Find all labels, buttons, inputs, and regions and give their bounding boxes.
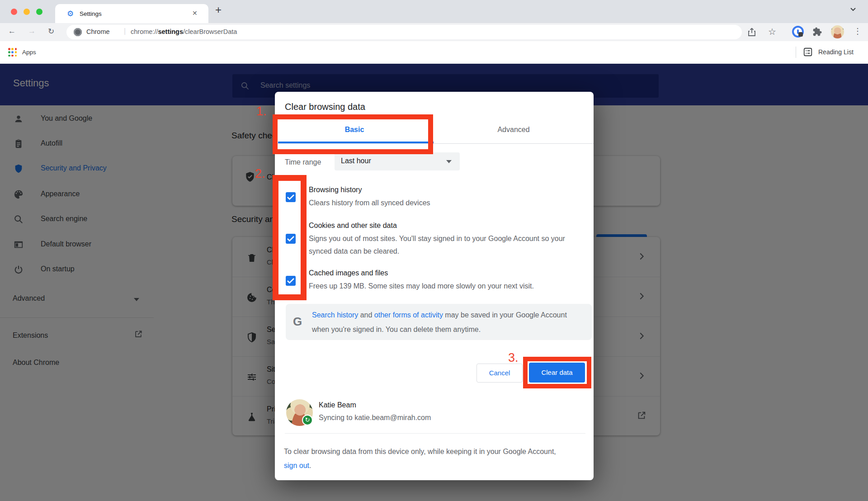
macos-minimize-button[interactable] [24,9,30,15]
macos-close-button[interactable] [11,9,17,15]
close-tab-icon[interactable]: ✕ [192,9,198,17]
macos-fullscreen-button[interactable] [36,9,42,15]
annotation-box-3 [523,357,591,388]
item-title: Browsing history [309,186,362,194]
browser-toolbar: ← → ↻ Chrome | chrome://settings/clearBr… [0,23,868,41]
chrome-logo-icon [74,28,82,36]
google-g-icon: G [293,315,302,329]
tab-strip: ⚙ Settings ✕ + [0,0,868,23]
item-title: Cached images and files [309,269,388,277]
share-icon[interactable] [748,28,756,38]
browser-profile-avatar[interactable] [831,25,844,38]
item-desc: Clears history from all synced devices [309,197,578,209]
item-desc: Signs you out of most sites. You'll stay… [309,232,578,258]
annotation-box-2 [273,175,307,300]
sign-out-link[interactable]: sign out [284,462,309,469]
gear-favicon-icon: ⚙ [67,10,75,18]
item-title: Cookies and other site data [309,222,397,230]
user-name: Katie Beam [319,401,356,409]
item-desc: Frees up 139 MB. Some sites may load mor… [309,280,578,293]
cancel-button[interactable]: Cancel [476,364,523,383]
browser-tab-settings[interactable]: ⚙ Settings ✕ [55,4,208,23]
url-text[interactable]: chrome://settings/clearBrowserData [131,28,237,35]
annotation-label-3: 3. [508,351,519,365]
other-activity-link[interactable]: other forms of activity [374,311,443,319]
time-range-label: Time range [285,158,321,166]
user-sync-status: Syncing to katie.beam@mirah.com [319,414,431,422]
bookmarks-separator [796,47,796,58]
annotation-box-1 [273,114,433,154]
notice-mid: and [358,311,374,319]
footer-post: . [309,462,311,469]
dialog-title: Clear browsing data [285,102,365,112]
url-host: settings [158,28,183,35]
dropdown-caret-icon [446,160,452,163]
tab-advanced[interactable]: Advanced [434,116,593,144]
forward-button: → [28,27,36,36]
dialog-divider [285,433,585,434]
bookmarks-bar: Apps Reading List [0,41,868,64]
reading-list-icon[interactable] [803,47,813,59]
annotation-label-2: 2. [255,167,265,181]
reading-list-label[interactable]: Reading List [818,48,854,56]
extensions-puzzle-icon[interactable] [812,27,822,38]
apps-grid-icon[interactable] [8,48,17,57]
search-history-link[interactable]: Search history [312,311,358,319]
site-chip-label: Chrome [86,28,110,35]
url-scheme: chrome:// [131,28,158,35]
reload-button[interactable]: ↻ [48,27,54,36]
notice-text: Search history and other forms of activi… [312,308,574,337]
chevron-down-icon[interactable] [850,6,856,14]
time-range-value: Last hour [341,157,371,165]
chip-separator: | [124,27,126,35]
back-button[interactable]: ← [8,27,16,36]
time-range-select[interactable]: Last hour [335,152,460,170]
omnibox[interactable]: Chrome | chrome://settings/clearBrowserD… [66,25,742,39]
annotation-label-1: 1. [256,104,267,118]
bookmark-star-icon[interactable]: ☆ [768,26,776,37]
browser-menu-icon[interactable]: ⋮ [854,26,862,36]
google-account-notice: G Search history and other forms of acti… [286,304,592,340]
onepassword-extension-icon[interactable] [792,26,804,38]
tab-title: Settings [80,10,102,17]
new-tab-button[interactable]: + [215,4,222,16]
dialog-footer-text: To clear browsing data from this device … [284,444,560,473]
url-path: /clearBrowserData [183,28,237,35]
sync-badge-icon: ↻ [302,415,313,425]
apps-bookmark-label[interactable]: Apps [22,49,36,56]
footer-pre: To clear browsing data from this device … [284,448,556,455]
